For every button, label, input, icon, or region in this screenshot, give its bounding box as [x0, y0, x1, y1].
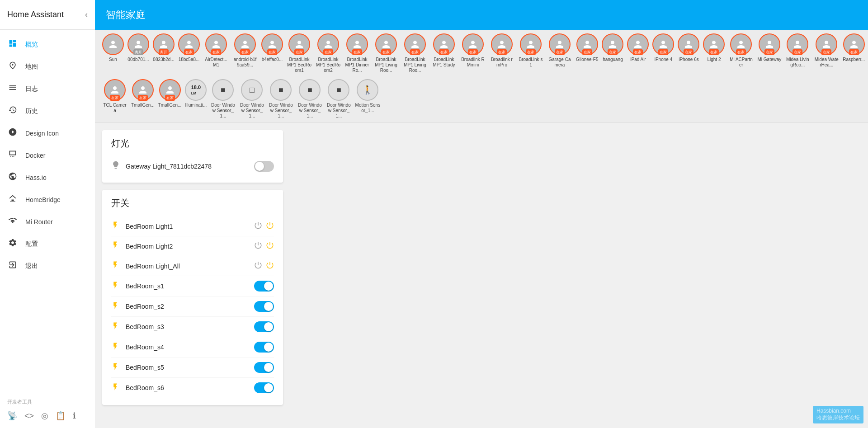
device-chip-14[interactable]: 在家 Broadlink rmPro [489, 33, 514, 68]
dev-icon-code[interactable]: <> [24, 411, 34, 421]
device-chip-12[interactable]: 在家 BroadLink MP1 Study [431, 33, 457, 68]
device-chip-20[interactable]: 在家 iPhone 4 [652, 33, 674, 62]
switch-name-7: BedRoom_s5 [126, 364, 254, 371]
switch-off-btn-2[interactable] [254, 261, 262, 271]
device2-avatar-1: 在家 [132, 79, 154, 101]
nav-label-hass: Hass.io [25, 174, 47, 181]
nav-icon-mi-router [7, 216, 18, 227]
device-avatar-23: 在家 [730, 33, 752, 55]
switch-on-btn-0[interactable] [266, 221, 274, 231]
device2-chip-0[interactable]: 在家 TCL Camera [102, 79, 127, 113]
device2-chip-1[interactable]: 在家 TmallGen... [131, 79, 155, 108]
switch-icon-2 [111, 261, 120, 271]
device-chip-6[interactable]: 在家 b4effac0... [261, 33, 283, 62]
switch-name-3: BedRoom_s1 [126, 282, 254, 290]
device-chip-26[interactable]: 在家 Midea WaterHea... [814, 33, 839, 68]
switch-off-btn-1[interactable] [254, 241, 262, 251]
device-avatar-0 [102, 33, 124, 55]
device-badge-27: 在家 [849, 49, 859, 55]
device2-chip-4[interactable]: ■ Door Window Sensor_1... [210, 79, 236, 119]
device-chip-9[interactable]: 在家 BroadLink MP1 DinnerRo... [344, 33, 370, 73]
dev-icon-circle[interactable]: ◎ [41, 411, 48, 421]
device-chip-24[interactable]: 在家 Mi Gateway [757, 33, 781, 62]
device-chip-27[interactable]: 在家 Raspberr... [843, 33, 865, 62]
switch-toggle-8[interactable] [254, 382, 274, 393]
device-avatar-26: 在家 [816, 33, 837, 55]
device-badge-6: 在家 [267, 49, 277, 55]
sidebar-item-map[interactable]: 地图 [0, 56, 95, 78]
dev-icon-wifi[interactable]: 📡 [7, 411, 17, 421]
sidebar-item-history[interactable]: 历史 [0, 100, 95, 122]
device2-chip-7[interactable]: ■ Door Window Sensor_1... [297, 79, 322, 119]
sidebar-item-log[interactable]: 日志 [0, 78, 95, 100]
switch-toggle-6[interactable] [254, 342, 274, 353]
device-chip-25[interactable]: 在家 Midea LivingRoo... [785, 33, 810, 68]
device-chip-21[interactable]: 在家 iPhone 6s [678, 33, 699, 62]
device2-name-3: Illuminati... [185, 103, 207, 108]
light-toggle-0[interactable] [254, 161, 274, 172]
device-chip-11[interactable]: 在家 BroadLink MP1 LivingRoo... [402, 33, 428, 73]
switch-toggle-7[interactable] [254, 362, 274, 373]
device-chip-22[interactable]: 在家 Light 2 [703, 33, 725, 62]
device-chip-7[interactable]: 在家 BroadLink MP1 BedRoom1 [287, 33, 312, 73]
switch-on-btn-2[interactable] [266, 261, 274, 271]
switch-row-7: BedRoom_s5 [111, 357, 274, 378]
switch-name-5: BedRoom_s3 [126, 323, 254, 330]
device-chip-1[interactable]: 离开 00db701... [127, 33, 149, 62]
device-name-19: iPad Air [630, 57, 646, 62]
sidebar-item-homebridge[interactable]: HomeBridge [0, 188, 95, 211]
switch-actions-6 [254, 342, 274, 353]
sidebar-item-overview[interactable]: 概览 [0, 33, 95, 56]
sidebar-item-design-icon[interactable]: Design Icon [0, 122, 95, 144]
device-badge-9: 在家 [352, 49, 362, 55]
device2-chip-2[interactable]: 在家 TmallGen... [158, 79, 182, 108]
device-name-23: Mi ACPartner [728, 57, 754, 68]
device-name-20: iPhone 4 [655, 57, 672, 62]
device-chip-19[interactable]: 在家 iPad Air [627, 33, 649, 62]
nav-label-overview: 概览 [25, 41, 38, 49]
dev-icon-info[interactable]: ℹ [73, 411, 76, 421]
switch-name-8: BedRoom_s6 [126, 384, 254, 391]
device-chip-18[interactable]: 在家 hanguang [602, 33, 623, 62]
sidebar-collapse-button[interactable]: ‹ [85, 10, 88, 19]
sidebar-item-settings[interactable]: 配置 [0, 233, 95, 255]
device-chip-13[interactable]: 在家 Broadlink RMmini [460, 33, 486, 68]
device-chip-23[interactable]: 在家 Mi ACPartner [728, 33, 754, 68]
switch-off-btn-0[interactable] [254, 221, 262, 231]
device-badge-4: 在家 [211, 49, 221, 55]
switch-toggle-3[interactable] [254, 281, 274, 292]
device-chip-16[interactable]: 在家 Garage Camera [547, 33, 572, 68]
switch-toggle-4[interactable] [254, 301, 274, 312]
device2-chip-9[interactable]: 🚶 Motion Sensor_1... [355, 79, 380, 113]
device2-avatar-2: 在家 [159, 79, 181, 101]
topbar: 智能家庭 [95, 0, 868, 30]
switch-toggle-5[interactable] [254, 321, 274, 332]
device-chip-8[interactable]: 在家 BroadLink MP1 BedRoom2 [316, 33, 341, 73]
sidebar-item-docker[interactable]: Docker [0, 144, 95, 166]
sidebar-item-logout[interactable]: 退出 [0, 255, 95, 277]
device-chip-15[interactable]: 在家 BroadLink s1 [518, 33, 543, 68]
device-chip-5[interactable]: 在家 android-b1f9aa59... [232, 33, 258, 68]
device-badge-2: 离开 [159, 49, 169, 55]
nav-icon-overview [7, 39, 18, 50]
device-chip-3[interactable]: 在家 18bc5a8... [178, 33, 200, 62]
device-chip-10[interactable]: 在家 BroadLink MP1 LivingRoo... [373, 33, 399, 73]
device2-chip-3[interactable]: 18.0LM Illuminati... [185, 79, 207, 108]
device2-chip-6[interactable]: ■ Door Window Sensor_1... [268, 79, 293, 119]
switch-on-btn-1[interactable] [266, 241, 274, 251]
device-name-0: Sun [109, 57, 117, 62]
sidebar-item-hass[interactable]: Hass.io [0, 166, 95, 188]
device2-chip-5[interactable]: □ Door Window Sensor_1... [239, 79, 264, 119]
device-badge-3: 在家 [184, 49, 194, 55]
device-avatar-15: 在家 [520, 33, 542, 55]
device2-chip-8[interactable]: ■ Door Window Sensor_1... [326, 79, 351, 119]
sidebar-item-mi-router[interactable]: Mi Router [0, 211, 95, 233]
device-chip-2[interactable]: 离开 0823b2d... [153, 33, 175, 62]
device-chip-4[interactable]: 在家 AirDetect...M1 [203, 33, 229, 68]
lights-list: Gateway Light_7811dcb22478 [111, 157, 274, 175]
device-chip-17[interactable]: 在家 Glionee-F5 [576, 33, 598, 62]
device-badge-18: 在家 [608, 49, 618, 55]
device-chip-0[interactable]: Sun [102, 33, 124, 62]
dev-icon-doc[interactable]: 📋 [56, 411, 66, 421]
device-avatar-3: 在家 [178, 33, 200, 55]
